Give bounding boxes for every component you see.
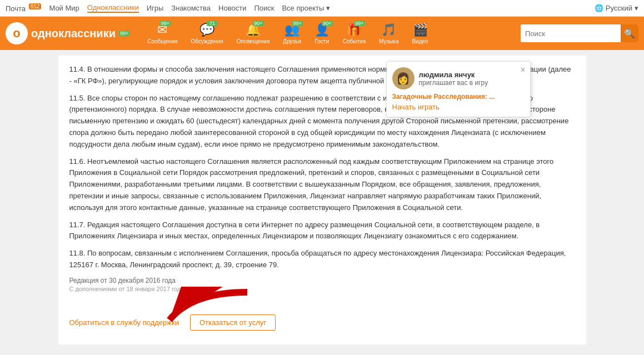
- nav-messages[interactable]: ✉ 99+ Сообщения: [141, 23, 184, 44]
- topnav-moi-mir[interactable]: Мой Мир: [49, 4, 79, 12]
- discussions-icon: 💬 71: [199, 23, 214, 37]
- messages-badge: 99+: [159, 21, 171, 26]
- popup-header: 👩 людмила янчук приглашает вас в игру: [392, 67, 525, 89]
- video-icon: 🎬: [413, 23, 428, 37]
- search-input[interactable]: [521, 24, 621, 42]
- notifications-icon: 🔔 90+: [246, 23, 261, 37]
- nav-music[interactable]: 🎵 Музыка: [372, 23, 405, 44]
- friends-icon: 👥 99+: [284, 23, 299, 37]
- events-badge: 99+: [354, 21, 365, 26]
- popup-avatar: 👩: [392, 67, 415, 89]
- topnav-poisk[interactable]: Поиск: [254, 4, 274, 12]
- discussions-label: Обсуждения: [191, 38, 223, 44]
- paragraph-11-6: 11.6. Неотъемлемой частью настоящего Сог…: [69, 156, 575, 214]
- search-icon: 🔍: [624, 28, 635, 39]
- music-icon: 🎵: [381, 23, 396, 37]
- video-label: Видео: [412, 38, 428, 44]
- topnav-novosti[interactable]: Новости: [218, 4, 246, 12]
- top-nav: Почта 652 Мой Мир Одноклассники Игры Зна…: [0, 0, 644, 17]
- popup-username: людмила янчук: [419, 71, 488, 79]
- logo-area[interactable]: о одноклассники 99+: [6, 22, 129, 44]
- search-box: 🔍: [521, 24, 638, 42]
- nav-events[interactable]: 🎁 99+ События: [336, 23, 372, 44]
- popup-play-link[interactable]: Начать играть: [392, 103, 440, 111]
- orange-header: о одноклассники 99+ ✉ 99+ Сообщения 💬 71…: [0, 17, 644, 50]
- popup-game-label: Загадочные Расследования: ...: [392, 93, 495, 101]
- music-label: Музыка: [379, 38, 398, 44]
- main-wrapper: × 👩 людмила янчук приглашает вас в игру …: [0, 50, 644, 350]
- language-label: Русский: [606, 4, 632, 12]
- nav-discussions[interactable]: 💬 71 Обсуждения: [184, 23, 230, 44]
- guests-icon: 👤 90+: [314, 23, 330, 37]
- nav-notifications[interactable]: 🔔 90+ Оповещения: [230, 23, 277, 44]
- edit-date: Редакция от 30 декабря 2016 года: [69, 277, 575, 284]
- paragraph-11-7: 11.7. Редакция настоящего Соглашения дос…: [69, 219, 575, 243]
- messages-label: Сообщения: [147, 38, 177, 44]
- logo-badge: 99+: [119, 31, 129, 36]
- topnav-odnoklassniki[interactable]: Одноклассники: [87, 3, 139, 13]
- search-button[interactable]: 🔍: [621, 24, 638, 42]
- content-section-11-7: 11.7. Редакция настоящего Соглашения дос…: [69, 219, 575, 243]
- popup-action-text: приглашает вас в игру: [419, 79, 488, 87]
- header-nav-icons: ✉ 99+ Сообщения 💬 71 Обсуждения 🔔 90+ Оп…: [141, 23, 435, 44]
- popup-game-title: Загадочные Расследования: ...: [392, 93, 525, 101]
- logo-icon: о: [6, 22, 28, 44]
- notifications-label: Оповещения: [237, 38, 270, 44]
- popup-info: людмила янчук приглашает вас в игру: [419, 71, 488, 87]
- content-area: × 👩 людмила янчук приглашает вас в игру …: [58, 56, 586, 344]
- topnav-mail[interactable]: Почта 652: [6, 3, 41, 13]
- nav-guests[interactable]: 👤 90+ Гости: [308, 23, 336, 44]
- nav-friends[interactable]: 👥 99+ Друзья: [276, 23, 307, 44]
- discussions-badge: 71: [207, 21, 218, 26]
- popup-notification: × 👩 людмила янчук приглашает вас в игру …: [386, 61, 531, 117]
- topnav-all-projects[interactable]: Все проекты ▾: [282, 4, 330, 12]
- mail-badge: 652: [29, 3, 42, 9]
- paragraph-11-8: 11.8. По вопросам, связанным с исполнени…: [69, 248, 575, 271]
- dropdown-arrow: ▾: [635, 4, 638, 12]
- globe-icon: 🌐: [595, 4, 603, 12]
- events-label: События: [343, 38, 366, 44]
- nav-video[interactable]: 🎬 Видео: [405, 23, 435, 44]
- topnav-igry[interactable]: Игры: [147, 4, 164, 12]
- guests-label: Гости: [315, 38, 329, 44]
- friends-label: Друзья: [283, 38, 301, 44]
- content-section-11-6: 11.6. Неотъемлемой частью настоящего Сог…: [69, 156, 575, 214]
- events-icon: 🎁 99+: [347, 23, 362, 37]
- red-arrow-decoration: [136, 287, 258, 331]
- friends-badge: 99+: [292, 21, 303, 26]
- topnav-znakomstva[interactable]: Знакомства: [171, 4, 211, 12]
- guests-badge: 90+: [322, 21, 333, 26]
- messages-icon: ✉ 99+: [157, 23, 167, 37]
- popup-close-button[interactable]: ×: [520, 65, 525, 75]
- language-selector[interactable]: 🌐 Русский ▾: [595, 4, 638, 12]
- content-section-11-8: 11.8. По вопросам, связанным с исполнени…: [69, 248, 575, 271]
- notifications-badge: 90+: [253, 21, 264, 26]
- logo-text: одноклассники: [31, 27, 116, 40]
